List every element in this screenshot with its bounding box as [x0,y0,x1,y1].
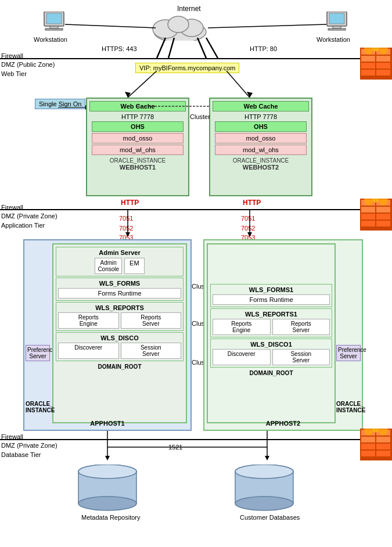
customer-db-icon [232,465,296,511]
svg-marker-68 [265,456,269,460]
db-arrows [0,0,392,547]
svg-point-77 [235,465,293,478]
metadata-db-label: Metadata Repository [81,514,134,521]
metadata-db-icon [75,465,139,511]
svg-point-76 [235,496,293,510]
svg-point-72 [78,496,136,510]
customer-db-label: Customer Databases [240,514,292,521]
svg-point-73 [78,465,136,478]
svg-marker-66 [105,456,110,460]
